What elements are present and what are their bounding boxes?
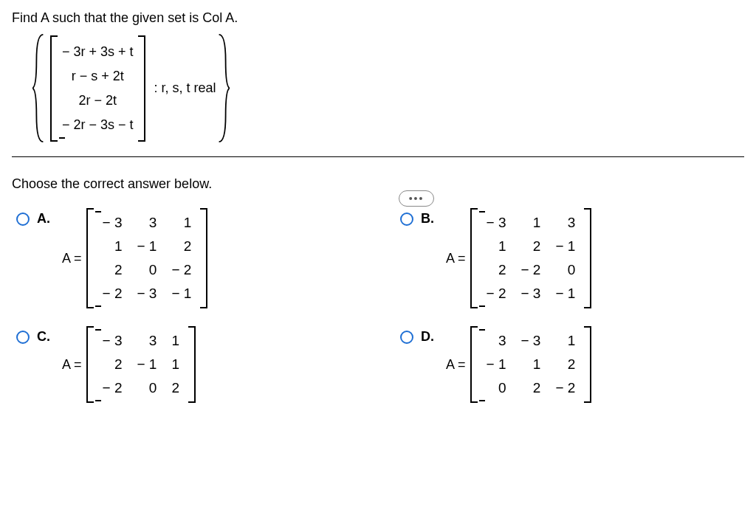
vector-row: r − s + 2t [59, 64, 137, 89]
vector-row: − 3r + 3s + t [59, 40, 137, 64]
option-label: A. [37, 211, 53, 227]
option-a-equation: A = − 331 1− 12 20− 2 − 2− 3− 1 [62, 208, 207, 308]
option-a[interactable]: A. A = − 331 1− 12 20− 2 − 2− 3− 1 [16, 208, 356, 308]
set-condition: : r, s, t real [154, 80, 216, 96]
option-c[interactable]: C. A = − 331 2− 11 − 202 [16, 326, 356, 403]
matrix-lhs: A = [446, 357, 466, 373]
option-c-matrix: − 331 2− 11 − 202 [86, 326, 196, 403]
option-b-matrix: − 313 12− 1 2− 20 − 2− 3− 1 [470, 208, 592, 308]
divider [12, 156, 744, 157]
matrix-lhs: A = [62, 251, 82, 266]
column-vector: − 3r + 3s + t r − s + 2t 2r − 2t − 2r − … [50, 35, 145, 142]
radio-b[interactable] [400, 213, 413, 226]
option-label: D. [421, 329, 437, 345]
set-definition: − 3r + 3s + t r − s + 2t 2r − 2t − 2r − … [32, 33, 744, 143]
option-c-equation: A = − 331 2− 11 − 202 [62, 326, 196, 403]
option-label: B. [421, 211, 437, 227]
option-label: C. [37, 329, 53, 345]
vector-row: − 2r − 3s − t [59, 113, 137, 137]
options-grid: A. A = − 331 1− 12 20− 2 − 2− 3− 1 B. A … [12, 208, 744, 403]
option-d[interactable]: D. A = 3− 31 − 112 02− 2 [400, 326, 740, 403]
radio-d[interactable] [400, 331, 413, 344]
vector-row: 2r − 2t [59, 89, 137, 113]
radio-a[interactable] [16, 213, 30, 226]
option-d-matrix: 3− 31 − 112 02− 2 [470, 326, 592, 403]
right-brace-icon [216, 33, 230, 143]
option-d-equation: A = 3− 31 − 112 02− 2 [446, 326, 591, 403]
option-b[interactable]: B. A = − 313 12− 1 2− 20 − 2− 3− 1 [400, 208, 740, 308]
question-text: Find A such that the given set is Col A. [12, 10, 744, 26]
more-button[interactable]: ••• [399, 190, 434, 207]
matrix-lhs: A = [62, 357, 82, 373]
radio-c[interactable] [16, 331, 30, 344]
instruction-text: Choose the correct answer below. [12, 176, 744, 192]
option-a-matrix: − 331 1− 12 20− 2 − 2− 3− 1 [86, 208, 208, 308]
left-brace-icon [32, 33, 46, 143]
matrix-lhs: A = [446, 251, 466, 266]
option-b-equation: A = − 313 12− 1 2− 20 − 2− 3− 1 [446, 208, 591, 308]
